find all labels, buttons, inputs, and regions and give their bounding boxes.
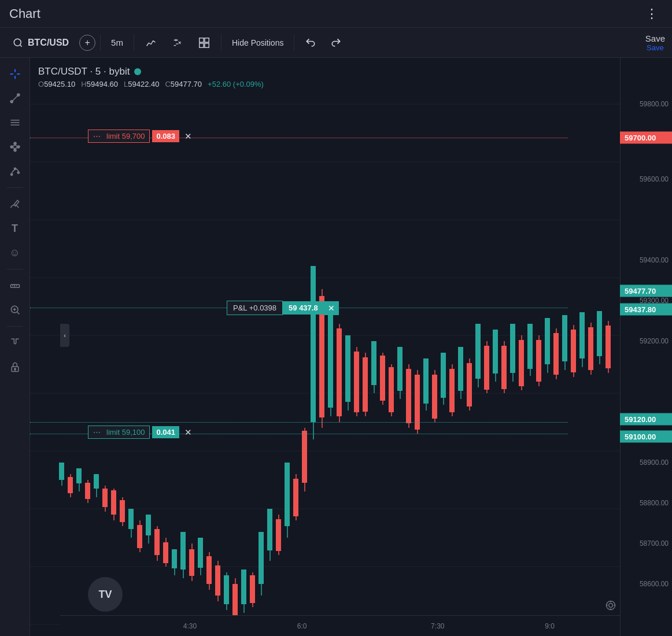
pnl-price: 59 437.8 [283,301,324,315]
divider-3 [221,35,221,51]
divider-2 [134,35,134,51]
limit-main-59700: ⋯ limit 59,700 [88,130,150,143]
node-icon [9,141,21,153]
svg-rect-67 [128,509,134,529]
toolbar: BTC/USD + 5m Hide Positions [0,28,672,58]
svg-rect-89 [224,575,229,604]
chart-info: BTC/USDT · 5 · bybit O59425.10 H59494.60… [38,66,264,88]
redo-icon [330,37,342,49]
svg-rect-153 [501,346,507,389]
svg-rect-119 [354,352,359,412]
timeframe-button[interactable]: 5m [105,34,129,51]
pnl-close-button[interactable]: ✕ [324,301,339,315]
limit-close-59100[interactable]: ✕ [182,426,195,439]
line-icon [9,93,21,104]
svg-rect-6 [200,38,204,42]
more-menu-button[interactable]: ⋮ [641,4,663,24]
svg-rect-97 [259,532,264,584]
svg-rect-75 [163,542,168,563]
svg-rect-85 [206,556,212,584]
lt-divider-1 [7,187,23,188]
svg-rect-79 [180,532,186,570]
live-dot [134,68,141,75]
svg-point-23 [13,149,16,151]
svg-rect-147 [475,324,481,379]
price-tag-59477: 59477.70 [620,285,672,297]
svg-rect-155 [510,324,515,373]
chart-area[interactable]: BTC/USDT · 5 · bybit O59425.10 H59494.60… [30,58,620,636]
path-icon [9,165,21,177]
svg-point-15 [17,94,19,96]
price-tag-59437: 59437.80 [620,304,672,316]
svg-rect-131 [406,369,411,423]
hlines-tool[interactable] [5,112,25,133]
lock-tool[interactable] [5,357,25,378]
indicators-button[interactable] [139,33,163,53]
hide-positions-button[interactable]: Hide Positions [226,35,290,51]
add-button[interactable]: + [79,35,95,51]
limit-close-59700[interactable]: ✕ [182,130,195,143]
text-tool[interactable]: T [5,218,25,239]
zoom-tool[interactable] [5,299,25,320]
svg-rect-65 [120,500,125,522]
time-label-900: 9:0 [545,622,555,630]
save-label-bottom[interactable]: Save [647,43,664,52]
svg-rect-91 [232,584,238,616]
node-tool[interactable] [5,136,25,157]
undo-icon [305,37,316,49]
emoji-icon: ☺ [9,247,20,259]
limit-main-59100: ⋯ limit 59,100 [88,426,150,439]
layout-button[interactable] [192,33,216,53]
svg-rect-145 [467,363,472,406]
svg-rect-139 [441,353,446,398]
svg-rect-27 [10,284,19,287]
time-label-600: 6:0 [297,622,307,630]
crosshair-icon [9,68,21,80]
svg-rect-107 [302,431,307,483]
symbol-button[interactable]: BTC/USD [7,34,75,51]
limit-qty-59100: 0.041 [152,426,179,438]
svg-line-16 [12,96,17,101]
fx-button[interactable] [165,33,190,53]
save-label-top: Save [645,34,665,43]
price-label-59800: 59800.00 [640,100,669,108]
svg-rect-73 [154,529,160,555]
svg-rect-69 [137,525,142,548]
svg-rect-121 [363,357,368,412]
svg-rect-9 [205,43,209,47]
hlines-icon [9,117,21,128]
svg-point-14 [10,101,13,103]
svg-rect-113 [328,312,333,408]
undo-button[interactable] [299,34,322,52]
svg-rect-83 [198,538,203,568]
svg-rect-51 [59,463,64,480]
lt-divider-3 [7,326,23,327]
path-tool[interactable] [5,161,25,182]
brush-tool[interactable] [5,194,25,215]
ruler-tool[interactable] [5,275,25,296]
line-tool[interactable] [5,88,25,109]
svg-point-25 [14,168,16,169]
svg-rect-99 [267,509,272,550]
svg-line-4 [151,40,153,44]
crosshair-tool[interactable] [5,64,25,84]
svg-rect-71 [146,515,151,535]
svg-point-179 [609,604,613,608]
emoji-tool[interactable]: ☺ [5,242,25,263]
tv-logo: TV [98,589,112,601]
lock-icon [9,361,21,373]
svg-rect-95 [250,575,255,603]
price-axis: 59800.00 59600.00 59400.00 59300.00 5920… [620,58,672,636]
redo-button[interactable] [324,34,348,52]
search-icon [13,38,23,48]
price-tag-59100: 59100.00 [620,431,672,443]
magnet-tool[interactable] [5,332,25,353]
collapse-sidebar-button[interactable]: ‹ [60,324,69,347]
divider-1 [100,35,101,51]
svg-rect-167 [562,315,567,361]
svg-rect-93 [241,570,246,604]
main-area: T ☺ [0,58,672,636]
svg-rect-125 [380,356,385,401]
save-area: Save Save [645,34,665,52]
target-icon[interactable] [605,600,616,614]
